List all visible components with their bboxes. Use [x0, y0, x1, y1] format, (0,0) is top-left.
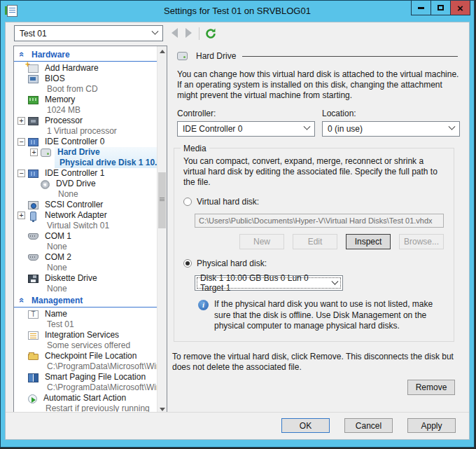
sidebar-item-name[interactable]: NameTest 01	[14, 309, 157, 330]
checkpoint-location-icon	[28, 354, 38, 360]
item-sublabel: C:\ProgramData\Microsoft\Win...	[45, 382, 157, 393]
virtual-hard-disk-radio[interactable]	[183, 198, 192, 206]
sidebar-section-management[interactable]: Management	[14, 294, 157, 308]
cancel-button[interactable]: Cancel	[344, 418, 393, 433]
sidebar-item-smart-paging-file-location[interactable]: Smart Paging File LocationC:\ProgramData…	[14, 372, 157, 393]
location-value: 0 (in use)	[328, 124, 363, 134]
physical-hard-disk-option[interactable]: Physical hard disk:	[183, 258, 445, 268]
apply-button[interactable]: Apply	[407, 418, 456, 433]
collapse-chevron-icon[interactable]	[18, 49, 27, 60]
item-text: COM 2None	[42, 252, 74, 273]
physical-disk-value: Disk 1 10.00 GB Bus 0 Lun 0 Target 1	[200, 273, 332, 293]
section-label: Management	[31, 296, 83, 305]
panel-title: Hard Drive	[196, 51, 236, 61]
scrollbar-thumb[interactable]	[158, 172, 166, 228]
offline-disk-info-text: If the physical hard disk you want to us…	[214, 299, 444, 331]
edit-button[interactable]: Edit	[293, 234, 337, 249]
sidebar-section-hardware[interactable]: Hardware	[14, 48, 157, 62]
sidebar-item-ide-controller-1[interactable]: −IDE Controller 1	[14, 168, 157, 179]
ide-controller-icon	[28, 170, 38, 178]
expand-plus-icon[interactable]: +	[18, 212, 25, 219]
virtual-disk-path-input[interactable]	[195, 214, 444, 228]
sidebar-scrollbar[interactable]	[157, 46, 167, 414]
sidebar-item-memory[interactable]: Memory1024 MB	[14, 95, 157, 116]
minimize-button[interactable]	[411, 1, 431, 15]
remove-button[interactable]: Remove	[407, 380, 455, 395]
ok-button[interactable]: OK	[281, 418, 330, 433]
sidebar-item-dvd-drive[interactable]: DVD DriveNone	[14, 179, 157, 200]
hard-drive-icon	[177, 52, 188, 60]
refresh-button[interactable]	[204, 27, 217, 40]
window-controls: ×	[412, 1, 470, 15]
item-label: Integration Services	[45, 330, 130, 340]
item-sublabel: Some services offered	[45, 340, 130, 351]
panel-intro-text: You can change how this virtual hard dis…	[177, 69, 460, 102]
expand-plus-icon[interactable]: +	[18, 117, 25, 125]
indent-spacer	[18, 95, 28, 95]
maximize-button[interactable]	[430, 1, 451, 15]
sidebar-item-diskette-drive[interactable]: Diskette DriveNone	[14, 273, 157, 294]
inspect-button[interactable]: Inspect	[346, 234, 391, 249]
indent-spacer	[18, 231, 28, 232]
item-label: COM 1	[45, 231, 71, 242]
sidebar-item-integration-services[interactable]: Integration ServicesSome services offere…	[14, 330, 157, 351]
physical-hard-disk-radio[interactable]	[183, 259, 192, 268]
sidebar-item-add-hardware[interactable]: Add Hardware	[14, 63, 157, 74]
sidebar-item-com-1[interactable]: COM 1None	[14, 231, 157, 252]
refresh-icon	[204, 27, 217, 40]
item-label: Smart Paging File Location	[45, 372, 157, 382]
window-title: Settings for Test 01 on SRVBLOG01	[1, 1, 474, 22]
sidebar-item-hard-drive[interactable]: +Hard DrivePhysical drive Disk 1 10...	[14, 147, 157, 168]
item-text: COM 1None	[42, 231, 74, 252]
name-icon	[28, 310, 38, 319]
sidebar-item-network-adapter[interactable]: +Network AdapterVirtual Switch 01	[14, 210, 157, 231]
new-button[interactable]: New	[239, 234, 284, 249]
physical-disk-dropdown[interactable]: Disk 1 10.00 GB Bus 0 Lun 0 Target 1	[195, 275, 343, 291]
com-port-icon	[28, 233, 38, 240]
vm-selector-dropdown[interactable]: Test 01	[14, 25, 163, 41]
sidebar-item-ide-controller-0[interactable]: −IDE Controller 0	[14, 137, 157, 147]
sidebar-item-com-2[interactable]: COM 2None	[14, 252, 157, 273]
dialog-footer: OK Cancel Apply	[6, 412, 469, 439]
sidebar-item-bios[interactable]: BIOSBoot from CD	[14, 74, 157, 95]
item-text: Automatic Start ActionRestart if previou…	[41, 393, 153, 414]
collapse-minus-icon[interactable]: −	[18, 138, 25, 146]
sidebar-tree: HardwareAdd HardwareBIOSBoot from CDMemo…	[14, 46, 157, 414]
scroll-up-icon[interactable]	[158, 46, 167, 56]
indent-spacer	[18, 200, 28, 200]
virtual-disk-buttons: New Edit Inspect Browse...	[239, 234, 445, 249]
item-text: Processor1 Virtual processor	[42, 116, 120, 137]
sidebar-item-scsi-controller[interactable]: SCSI Controller	[14, 200, 157, 210]
sidebar-item-processor[interactable]: +Processor1 Virtual processor	[14, 116, 157, 137]
indent-spacer	[18, 372, 28, 373]
sidebar-item-checkpoint-file-location[interactable]: Checkpoint File LocationC:\ProgramData\M…	[14, 351, 157, 372]
controller-dropdown[interactable]: IDE Controller 0	[177, 121, 315, 137]
item-text: IDE Controller 0	[42, 137, 107, 147]
close-button[interactable]: ×	[450, 1, 470, 15]
navigate-back-button[interactable]	[172, 28, 181, 39]
item-sublabel: None	[56, 189, 96, 200]
hard-drive-icon	[41, 148, 51, 157]
physical-hard-disk-label: Physical hard disk:	[197, 258, 267, 268]
item-label: Checkpoint File Location	[45, 351, 157, 361]
item-label: BIOS	[45, 74, 98, 84]
sidebar-item-automatic-start-action[interactable]: Automatic Start ActionRestart if previou…	[14, 393, 157, 414]
collapse-minus-icon[interactable]: −	[18, 170, 25, 177]
item-text: Network AdapterVirtual Switch 01	[42, 210, 112, 231]
browse-button[interactable]: Browse...	[399, 234, 444, 249]
toolbar-separator	[199, 27, 200, 40]
collapse-chevron-icon[interactable]	[18, 295, 27, 305]
item-sublabel: 1 Virtual processor	[45, 126, 117, 137]
location-label: Location:	[322, 109, 460, 118]
virtual-hard-disk-option[interactable]: Virtual hard disk:	[183, 197, 445, 207]
expand-plus-icon[interactable]: +	[30, 148, 38, 156]
item-text: BIOSBoot from CD	[42, 74, 101, 95]
item-sublabel: Boot from CD	[45, 84, 98, 95]
network-adapter-icon	[30, 212, 36, 221]
item-text: Memory1024 MB	[42, 95, 83, 116]
item-text: Hard DrivePhysical drive Disk 1 10...	[55, 147, 157, 168]
navigate-forward-button[interactable]	[186, 28, 195, 39]
chevron-down-icon	[449, 123, 456, 130]
item-label: COM 2	[45, 252, 71, 263]
location-dropdown[interactable]: 0 (in use)	[322, 121, 460, 137]
